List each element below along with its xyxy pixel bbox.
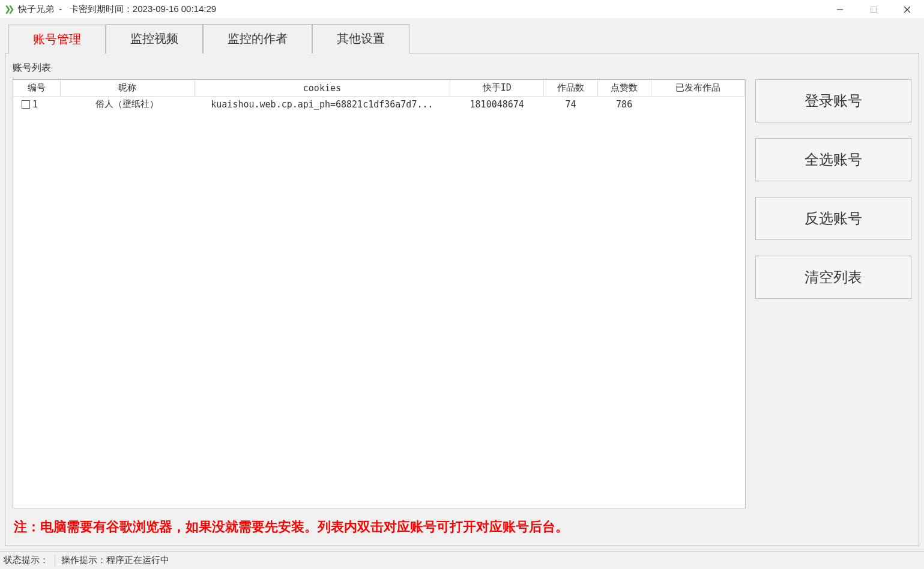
titlebar-text: 快子兄弟 - 卡密到期时间：2023-09-16 00:14:29 <box>18 4 216 15</box>
th-num[interactable]: 编号 <box>13 80 60 97</box>
th-published[interactable]: 已发布作品 <box>651 80 744 97</box>
account-table-container: 编号 昵称 cookies 快手ID 作品数 点赞数 已发布作品 <box>13 79 746 508</box>
close-button[interactable] <box>890 0 924 19</box>
tab-monitor-author[interactable]: 监控的作者 <box>203 24 312 53</box>
table-header-row: 编号 昵称 cookies 快手ID 作品数 点赞数 已发布作品 <box>13 80 745 97</box>
cell-likes: 786 <box>597 97 651 112</box>
window-controls <box>823 0 924 19</box>
minimize-button[interactable] <box>823 0 857 19</box>
app-window: 快子兄弟 - 卡密到期时间：2023-09-16 00:14:29 账号管理 监… <box>0 0 924 569</box>
tab-panel: 账号列表 编号 昵称 cookies 快手ID <box>5 53 919 546</box>
clear-list-button[interactable]: 清空列表 <box>755 256 911 299</box>
operation-text: 程序正在运行中 <box>106 555 169 566</box>
side-buttons: 登录账号 全选账号 反选账号 清空列表 <box>755 79 911 508</box>
operation-label: 操作提示： <box>61 555 106 566</box>
cell-published <box>651 97 744 112</box>
cell-num-text: 1 <box>32 99 38 110</box>
account-table[interactable]: 编号 昵称 cookies 快手ID 作品数 点赞数 已发布作品 <box>13 80 745 112</box>
th-nick[interactable]: 昵称 <box>60 80 194 97</box>
select-all-button[interactable]: 全选账号 <box>755 138 911 181</box>
cell-num[interactable]: 1 <box>13 97 60 112</box>
cell-id: 1810048674 <box>450 97 544 112</box>
group-label: 账号列表 <box>13 62 911 74</box>
th-likes[interactable]: 点赞数 <box>597 80 651 97</box>
status-label: 状态提示： <box>4 555 49 566</box>
th-works[interactable]: 作品数 <box>544 80 597 97</box>
cell-works: 74 <box>544 97 597 112</box>
tab-monitor-video[interactable]: 监控视频 <box>106 24 203 53</box>
invert-selection-button[interactable]: 反选账号 <box>755 197 911 240</box>
tab-strip: 账号管理 监控视频 监控的作者 其他设置 <box>5 24 919 53</box>
titlebar: 快子兄弟 - 卡密到期时间：2023-09-16 00:14:29 <box>0 0 924 19</box>
svg-rect-1 <box>871 7 877 12</box>
maximize-button[interactable] <box>857 0 890 19</box>
cell-cookies: kuaishou.web.cp.api_ph=68821c1df36a7d7..… <box>194 97 450 112</box>
note-text: 注：电脑需要有谷歌浏览器，如果没就需要先安装。列表内双击对应账号可打开对应账号后… <box>13 516 911 538</box>
table-row[interactable]: 1 俗人（壁纸社） kuaishou.web.cp.api_ph=68821c1… <box>13 97 745 112</box>
tab-account-manage[interactable]: 账号管理 <box>8 25 106 54</box>
content-area: 账号管理 监控视频 监控的作者 其他设置 账号列表 编号 <box>0 19 924 551</box>
statusbar-separator <box>55 555 55 567</box>
row-checkbox[interactable] <box>22 100 30 109</box>
login-account-button[interactable]: 登录账号 <box>755 79 911 122</box>
cell-nick: 俗人（壁纸社） <box>60 97 194 112</box>
main-row: 编号 昵称 cookies 快手ID 作品数 点赞数 已发布作品 <box>13 79 911 508</box>
statusbar: 状态提示： 操作提示： 程序正在运行中 <box>0 551 924 569</box>
th-id[interactable]: 快手ID <box>450 80 544 97</box>
tab-other-settings[interactable]: 其他设置 <box>312 24 409 53</box>
th-cookies[interactable]: cookies <box>194 80 450 97</box>
app-icon <box>5 5 14 14</box>
